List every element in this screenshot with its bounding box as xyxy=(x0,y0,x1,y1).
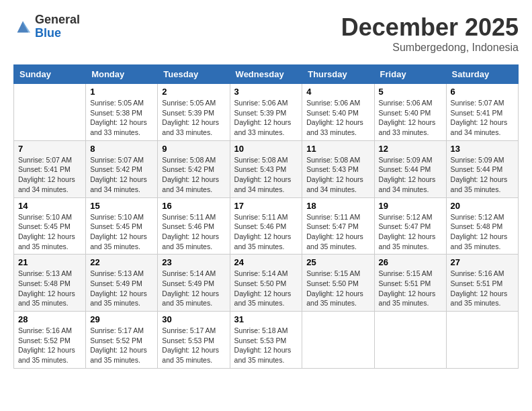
calendar-cell: 4Sunrise: 5:06 AM Sunset: 5:40 PM Daylig… xyxy=(302,84,374,141)
day-number: 31 xyxy=(234,314,298,324)
header-saturday: Saturday xyxy=(446,65,518,84)
calendar-week-5: 28Sunrise: 5:16 AM Sunset: 5:52 PM Dayli… xyxy=(14,312,519,369)
calendar-cell: 24Sunrise: 5:14 AM Sunset: 5:50 PM Dayli… xyxy=(230,255,302,312)
calendar-week-3: 14Sunrise: 5:10 AM Sunset: 5:45 PM Dayli… xyxy=(14,197,519,255)
day-info: Sunrise: 5:18 AM Sunset: 5:53 PM Dayligh… xyxy=(234,326,298,365)
calendar-cell: 27Sunrise: 5:16 AM Sunset: 5:51 PM Dayli… xyxy=(446,255,518,312)
day-info: Sunrise: 5:14 AM Sunset: 5:50 PM Dayligh… xyxy=(234,269,298,308)
day-number: 2 xyxy=(162,87,225,97)
header-friday: Friday xyxy=(374,65,446,84)
day-number: 16 xyxy=(162,201,225,211)
calendar-cell xyxy=(446,312,518,369)
calendar-cell: 19Sunrise: 5:12 AM Sunset: 5:47 PM Dayli… xyxy=(374,197,446,255)
day-info: Sunrise: 5:10 AM Sunset: 5:45 PM Dayligh… xyxy=(90,212,153,252)
day-number: 23 xyxy=(162,257,225,267)
calendar-cell: 9Sunrise: 5:08 AM Sunset: 5:42 PM Daylig… xyxy=(158,140,230,197)
calendar-cell: 28Sunrise: 5:16 AM Sunset: 5:52 PM Dayli… xyxy=(14,312,86,369)
calendar-cell: 18Sunrise: 5:11 AM Sunset: 5:47 PM Dayli… xyxy=(302,197,374,255)
header-monday: Monday xyxy=(86,65,158,84)
location-subtitle: Sumbergedong, Indonesia xyxy=(341,42,519,54)
day-info: Sunrise: 5:11 AM Sunset: 5:46 PM Dayligh… xyxy=(234,212,298,252)
calendar-body: 1Sunrise: 5:05 AM Sunset: 5:38 PM Daylig… xyxy=(14,84,519,369)
calendar-cell: 14Sunrise: 5:10 AM Sunset: 5:45 PM Dayli… xyxy=(14,197,86,255)
calendar-week-2: 7Sunrise: 5:07 AM Sunset: 5:41 PM Daylig… xyxy=(14,140,519,197)
calendar-cell: 21Sunrise: 5:13 AM Sunset: 5:48 PM Dayli… xyxy=(14,255,86,312)
day-info: Sunrise: 5:10 AM Sunset: 5:45 PM Dayligh… xyxy=(18,212,81,252)
day-info: Sunrise: 5:12 AM Sunset: 5:47 PM Dayligh… xyxy=(379,212,442,252)
day-number: 10 xyxy=(234,144,298,154)
day-number: 14 xyxy=(18,201,81,211)
day-info: Sunrise: 5:09 AM Sunset: 5:44 PM Dayligh… xyxy=(379,155,442,195)
day-info: Sunrise: 5:08 AM Sunset: 5:43 PM Dayligh… xyxy=(234,155,298,195)
logo-general-label: General xyxy=(35,13,80,27)
calendar-cell: 31Sunrise: 5:18 AM Sunset: 5:53 PM Dayli… xyxy=(230,312,302,369)
calendar-cell: 30Sunrise: 5:17 AM Sunset: 5:53 PM Dayli… xyxy=(158,312,230,369)
header-sunday: Sunday xyxy=(14,65,86,84)
header-row: Sunday Monday Tuesday Wednesday Thursday… xyxy=(14,65,519,84)
day-number: 6 xyxy=(451,87,514,97)
day-info: Sunrise: 5:11 AM Sunset: 5:47 PM Dayligh… xyxy=(306,212,369,252)
calendar-week-4: 21Sunrise: 5:13 AM Sunset: 5:48 PM Dayli… xyxy=(14,255,519,312)
calendar-cell: 7Sunrise: 5:07 AM Sunset: 5:41 PM Daylig… xyxy=(14,140,86,197)
day-number: 3 xyxy=(234,87,298,97)
day-number: 25 xyxy=(306,257,369,267)
day-info: Sunrise: 5:13 AM Sunset: 5:49 PM Dayligh… xyxy=(90,269,153,308)
day-number: 8 xyxy=(90,144,153,154)
day-number: 18 xyxy=(306,201,369,211)
day-info: Sunrise: 5:11 AM Sunset: 5:46 PM Dayligh… xyxy=(162,212,225,252)
calendar-cell: 1Sunrise: 5:05 AM Sunset: 5:38 PM Daylig… xyxy=(86,84,158,141)
day-number: 12 xyxy=(379,144,442,154)
logo-icon xyxy=(13,17,32,36)
calendar-cell: 3Sunrise: 5:06 AM Sunset: 5:39 PM Daylig… xyxy=(230,84,302,141)
calendar-week-1: 1Sunrise: 5:05 AM Sunset: 5:38 PM Daylig… xyxy=(14,84,519,141)
day-info: Sunrise: 5:15 AM Sunset: 5:51 PM Dayligh… xyxy=(379,269,442,308)
logo-blue-label: Blue xyxy=(35,27,80,40)
calendar-cell: 13Sunrise: 5:09 AM Sunset: 5:44 PM Dayli… xyxy=(446,140,518,197)
day-number: 26 xyxy=(379,257,442,267)
day-info: Sunrise: 5:06 AM Sunset: 5:40 PM Dayligh… xyxy=(379,98,442,138)
day-number: 28 xyxy=(18,314,81,324)
day-info: Sunrise: 5:12 AM Sunset: 5:48 PM Dayligh… xyxy=(451,212,514,252)
calendar-cell: 15Sunrise: 5:10 AM Sunset: 5:45 PM Dayli… xyxy=(86,197,158,255)
day-info: Sunrise: 5:08 AM Sunset: 5:42 PM Dayligh… xyxy=(162,155,225,195)
day-number: 29 xyxy=(90,314,153,324)
calendar-cell: 20Sunrise: 5:12 AM Sunset: 5:48 PM Dayli… xyxy=(446,197,518,255)
day-info: Sunrise: 5:06 AM Sunset: 5:39 PM Dayligh… xyxy=(234,98,298,138)
day-info: Sunrise: 5:16 AM Sunset: 5:51 PM Dayligh… xyxy=(451,269,514,308)
calendar-cell: 8Sunrise: 5:07 AM Sunset: 5:42 PM Daylig… xyxy=(86,140,158,197)
logo-text: General Blue xyxy=(35,13,80,40)
day-number: 22 xyxy=(90,257,153,267)
calendar-header: Sunday Monday Tuesday Wednesday Thursday… xyxy=(14,65,519,84)
header-tuesday: Tuesday xyxy=(158,65,230,84)
calendar-cell: 22Sunrise: 5:13 AM Sunset: 5:49 PM Dayli… xyxy=(86,255,158,312)
calendar-cell: 6Sunrise: 5:07 AM Sunset: 5:41 PM Daylig… xyxy=(446,84,518,141)
page-header: General Blue December 2025 Sumbergedong,… xyxy=(13,13,519,54)
calendar-cell: 11Sunrise: 5:08 AM Sunset: 5:43 PM Dayli… xyxy=(302,140,374,197)
calendar-cell: 29Sunrise: 5:17 AM Sunset: 5:52 PM Dayli… xyxy=(86,312,158,369)
calendar-cell: 12Sunrise: 5:09 AM Sunset: 5:44 PM Dayli… xyxy=(374,140,446,197)
day-number: 24 xyxy=(234,257,298,267)
day-info: Sunrise: 5:15 AM Sunset: 5:50 PM Dayligh… xyxy=(306,269,369,308)
day-info: Sunrise: 5:07 AM Sunset: 5:41 PM Dayligh… xyxy=(18,155,81,195)
day-info: Sunrise: 5:05 AM Sunset: 5:38 PM Dayligh… xyxy=(90,98,153,138)
day-number: 9 xyxy=(162,144,225,154)
day-info: Sunrise: 5:14 AM Sunset: 5:49 PM Dayligh… xyxy=(162,269,225,308)
calendar-cell: 26Sunrise: 5:15 AM Sunset: 5:51 PM Dayli… xyxy=(374,255,446,312)
month-title: December 2025 xyxy=(341,13,519,42)
day-number: 19 xyxy=(379,201,442,211)
day-number: 17 xyxy=(234,201,298,211)
day-number: 27 xyxy=(451,257,514,267)
day-number: 21 xyxy=(18,257,81,267)
calendar-table: Sunday Monday Tuesday Wednesday Thursday… xyxy=(13,64,519,369)
calendar-cell: 2Sunrise: 5:05 AM Sunset: 5:39 PM Daylig… xyxy=(158,84,230,141)
day-info: Sunrise: 5:08 AM Sunset: 5:43 PM Dayligh… xyxy=(306,155,369,195)
header-wednesday: Wednesday xyxy=(230,65,302,84)
day-number: 13 xyxy=(451,144,514,154)
calendar-cell: 17Sunrise: 5:11 AM Sunset: 5:46 PM Dayli… xyxy=(230,197,302,255)
calendar-cell: 5Sunrise: 5:06 AM Sunset: 5:40 PM Daylig… xyxy=(374,84,446,141)
calendar-cell: 23Sunrise: 5:14 AM Sunset: 5:49 PM Dayli… xyxy=(158,255,230,312)
calendar-cell xyxy=(374,312,446,369)
day-info: Sunrise: 5:09 AM Sunset: 5:44 PM Dayligh… xyxy=(451,155,514,195)
day-info: Sunrise: 5:13 AM Sunset: 5:48 PM Dayligh… xyxy=(18,269,81,308)
logo: General Blue xyxy=(13,13,80,40)
